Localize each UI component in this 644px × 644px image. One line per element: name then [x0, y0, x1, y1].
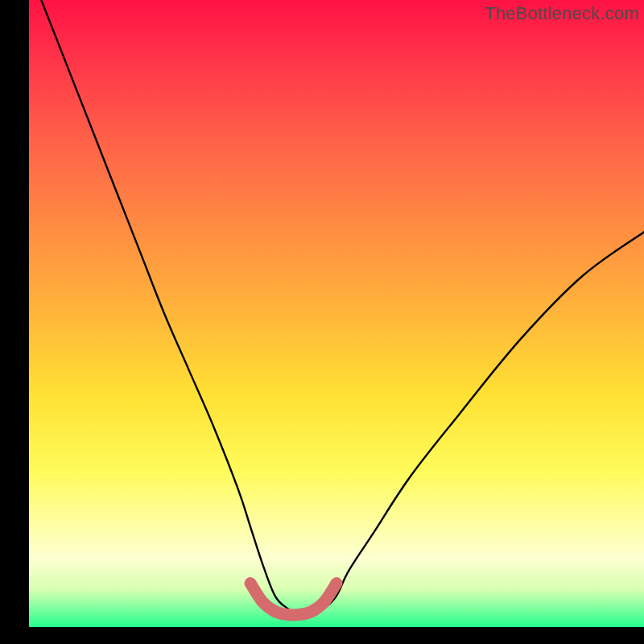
valley-highlight — [250, 583, 336, 614]
chart-frame: TheBottleneck.com — [0, 0, 644, 644]
chart-svg — [29, 0, 644, 627]
bottleneck-curve — [41, 0, 644, 615]
plot-area: TheBottleneck.com — [29, 0, 644, 627]
